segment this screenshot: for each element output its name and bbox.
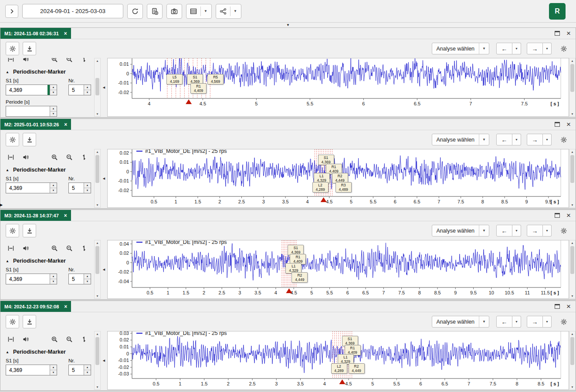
prev-options-button[interactable]: ▼ [512, 43, 521, 54]
chart-scrollbar[interactable]: ▲▼ [569, 58, 576, 117]
zoom-out-button[interactable] [63, 243, 75, 253]
next-button[interactable]: → [527, 225, 543, 237]
spinner-down-icon[interactable]: ▼ [50, 370, 57, 375]
scroll-up-icon[interactable]: ▲ [96, 150, 98, 153]
sidebar-scrollbar[interactable]: ▲▼ [94, 331, 101, 390]
download-button[interactable] [23, 224, 36, 237]
spinner-up-icon[interactable]: ▲ [84, 183, 91, 188]
next-options-button[interactable]: ▼ [543, 43, 552, 54]
zoom-out-button[interactable] [63, 152, 75, 162]
nr-input[interactable]: 5 [69, 274, 84, 284]
scroll-down-icon[interactable]: ▼ [571, 203, 573, 206]
tab-close-icon[interactable]: × [64, 31, 67, 36]
scroll-down-icon[interactable]: ▼ [571, 385, 573, 389]
nr-input[interactable]: 5 [69, 183, 84, 193]
prev-options-button[interactable]: ▼ [512, 225, 521, 237]
scroll-up-icon[interactable]: ▲ [571, 241, 573, 244]
sound-button[interactable] [20, 243, 31, 253]
sound-button[interactable] [20, 334, 31, 345]
sidebar-collapse-handle[interactable]: ◀ [101, 58, 107, 117]
marker-tool-button[interactable] [78, 152, 90, 162]
download-button[interactable] [23, 133, 36, 146]
sidebar-collapse-handle[interactable]: ◀ [101, 240, 107, 299]
tab-close-icon[interactable]: × [64, 122, 67, 127]
fit-width-button[interactable] [5, 58, 17, 64]
measurement-tab[interactable]: M4: 2024-12-23 09:52:08 × [0, 301, 71, 312]
zoom-in-button[interactable] [48, 152, 60, 162]
scroll-down-icon[interactable]: ▼ [571, 112, 573, 115]
prev-options-button[interactable]: ▼ [512, 134, 521, 145]
prev-button[interactable]: ← [496, 43, 512, 54]
periode-input[interactable] [6, 106, 50, 116]
scroll-up-icon[interactable]: ▲ [96, 332, 98, 335]
s1-spinner[interactable]: 4,369 ▲▼ [6, 84, 57, 95]
next-options-button[interactable]: ▼ [543, 225, 552, 237]
panel-close-icon[interactable]: × [566, 303, 571, 310]
waveform-chart[interactable]: 0.020.010-0.01-0.020.511.522.533.544.555… [108, 149, 569, 208]
chart-settings-button[interactable] [557, 224, 570, 237]
nr-spinner[interactable]: 5 ▲▼ [68, 274, 91, 284]
fit-width-button[interactable] [5, 152, 17, 162]
zoom-in-button[interactable] [48, 334, 60, 345]
maximize-icon[interactable] [555, 304, 560, 309]
panel-close-icon[interactable]: × [566, 212, 571, 219]
tab-close-icon[interactable]: × [64, 304, 67, 309]
s1-input[interactable]: 4,369 [6, 365, 50, 375]
scroll-down-icon[interactable]: ▼ [96, 294, 98, 297]
s1-input[interactable]: 4,369 [6, 85, 50, 95]
measurement-tab[interactable]: M1: 2024-11-08 02:36:31 × [0, 28, 71, 39]
scroll-down-icon[interactable]: ▼ [96, 203, 98, 206]
next-options-button[interactable]: ▼ [543, 316, 552, 328]
user-button[interactable]: R [549, 3, 566, 20]
zoom-in-button[interactable] [48, 243, 60, 253]
waveform-chart[interactable]: 0.040.020-0.02-0.040.511.522.533.544.555… [108, 240, 569, 299]
sidebar-scrollbar[interactable]: ▲▼ [94, 149, 101, 208]
sound-button[interactable] [20, 152, 31, 162]
sidebar-scrollbar[interactable]: ▲▼ [94, 58, 101, 117]
layout-select-button[interactable]: ▼ [186, 4, 212, 19]
sidebar-collapse-handle[interactable]: ◀ [101, 149, 107, 208]
scroll-up-icon[interactable]: ▲ [571, 150, 573, 153]
chart-settings-button[interactable] [557, 315, 570, 328]
measurement-tab[interactable]: M3: 2024-11-28 14:37:47 × [0, 210, 71, 221]
spinner-down-icon[interactable]: ▼ [50, 90, 57, 95]
periodic-marker-section-toggle[interactable]: ▲Periodischer-Marker [0, 66, 94, 77]
next-button[interactable]: → [527, 43, 543, 54]
spinner-down-icon[interactable]: ▼ [84, 90, 91, 95]
maximize-icon[interactable] [555, 122, 560, 127]
prev-button[interactable]: ← [496, 225, 512, 237]
sound-button[interactable] [20, 58, 31, 64]
share-button[interactable]: ▼ [216, 4, 241, 19]
panel-settings-button[interactable] [6, 315, 19, 328]
waveform-chart[interactable]: 0.030.020.010-0.01-0.02-0.030.511.522.53… [108, 331, 569, 390]
periodic-marker-section-toggle[interactable]: ▲Periodischer-Marker [0, 346, 94, 357]
fit-width-button[interactable] [5, 334, 17, 345]
collapse-toolbar-arrow[interactable]: ▼ [286, 23, 290, 27]
refresh-button[interactable] [127, 4, 143, 19]
spinner-up-icon[interactable]: ▲ [50, 365, 57, 370]
analyse-select[interactable]: Analyse wählen▼ [432, 43, 489, 54]
zoom-out-button[interactable] [63, 58, 75, 64]
marker-tool-button[interactable] [78, 243, 90, 253]
scroll-up-icon[interactable]: ▲ [96, 241, 98, 244]
sidebar-scrollbar[interactable]: ▲▼ [94, 240, 101, 299]
expand-sidebar-button[interactable] [5, 5, 18, 18]
zoom-out-button[interactable] [63, 334, 75, 345]
scroll-up-icon[interactable]: ▲ [96, 59, 98, 62]
chart-settings-button[interactable] [557, 42, 570, 55]
tab-close-icon[interactable]: × [64, 213, 67, 218]
fit-width-button[interactable] [5, 243, 17, 253]
waveform-chart[interactable]: 0.020.010-0.01-0.0244.555.566.577.5[ s ]… [108, 58, 569, 112]
splitter-handle[interactable]: ▶ [0, 203, 3, 207]
spinner-up-icon[interactable]: ▲ [84, 274, 91, 279]
next-options-button[interactable]: ▼ [543, 134, 552, 145]
marker-tool-button[interactable] [78, 58, 90, 64]
nr-spinner[interactable]: 5 ▲▼ [68, 182, 91, 193]
scroll-down-icon[interactable]: ▼ [571, 294, 573, 297]
s1-input[interactable]: 4,369 [6, 274, 50, 284]
spinner-down-icon[interactable]: ▼ [84, 370, 91, 375]
sidebar-collapse-handle[interactable]: ◀ [101, 331, 107, 390]
s1-input[interactable]: 4,369 [6, 183, 50, 193]
add-report-button[interactable] [147, 4, 163, 19]
scroll-up-icon[interactable]: ▲ [571, 332, 573, 335]
